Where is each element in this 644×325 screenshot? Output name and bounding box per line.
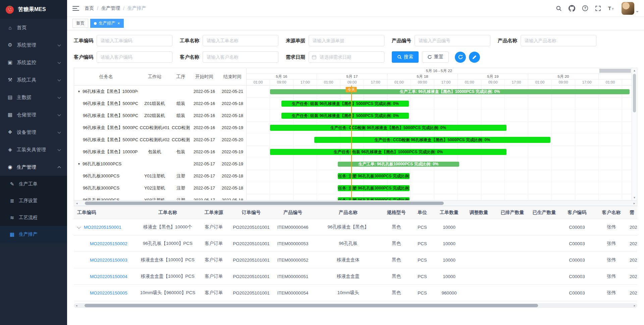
breadcrumb-item[interactable]: 首页 [85, 5, 94, 11]
table-row[interactable]: MO20220515000510mm吸头【960000】PCS客户订单PO202… [74, 285, 637, 301]
sidebar-item-process-flow[interactable]: ≋工艺流程 [0, 209, 67, 226]
sidebar-item-system-tools[interactable]: ⚒系统工具 [0, 71, 67, 89]
table-row[interactable]: MO202205150003移液盒盒体【10000】PCS客户订单PO20220… [74, 252, 637, 268]
gantt-task-row[interactable]: 96孔移液盒【黑色】5000PCSZ02组装机组装2022-05-162022-… [74, 110, 246, 122]
gantt-task-bar[interactable]: 生产任务: CCD检测 96孔移液盒【黑色】5000PCS 完成比例: 0% [270, 125, 506, 131]
product-name-input[interactable] [521, 35, 596, 46]
filter-field-product-name: 产品名称 [498, 35, 596, 46]
collapse-caret-icon[interactable]: ▼ [77, 162, 80, 166]
gantt-task-row[interactable]: 96孔孔板3000PCSY02注塑机注塑2022-05-172022-05-18 [74, 182, 246, 194]
horizontal-scroll-thumb[interactable] [85, 202, 444, 205]
task-workstation: Y01注塑机 [138, 173, 171, 179]
source-doc-input[interactable] [309, 35, 384, 46]
sidebar-item-process-settings[interactable]: ≣工序设置 [0, 193, 67, 209]
scroll-right-icon[interactable]: ▸ [632, 202, 637, 205]
work-order-link[interactable]: MO202205150001 [84, 225, 121, 230]
product-code-input[interactable] [415, 35, 490, 46]
gantt-order-bar[interactable]: 生产工单: 96孔孔板10000PCS 完成比例: 0% [338, 162, 459, 167]
work-order-link[interactable]: MO202205150004 [90, 274, 127, 279]
work-order-link[interactable]: MO202205150002 [90, 241, 127, 246]
reset-button[interactable]: 重置 [422, 51, 449, 63]
table-cell: PO202205101001 [228, 268, 274, 285]
close-icon[interactable]: × [117, 21, 120, 25]
table-row[interactable]: MO202205150004移液盒盒盖【10000】PCS客户订单PO20220… [74, 268, 637, 285]
sidebar-item-system-management[interactable]: ⚙系统管理 [0, 36, 67, 54]
gantt-order-bar[interactable]: 生产工单: 96孔移液盒【黑色】10000PCS 完成比例: 0% [270, 89, 630, 94]
gantt-task-bar[interactable]: 生产任务: CCD检测 96孔移液盒【黑色】5000PCS 完成比例: 0% [314, 137, 550, 143]
task-end-date: 2022-05-20 [218, 138, 246, 142]
table-cell: C00003 [560, 219, 594, 235]
app-logo[interactable]: 苦糖果MES [0, 0, 67, 19]
table-row[interactable]: MO20220515000296孔孔板【10000】PCS客户订单PO20220… [74, 235, 637, 252]
refresh-button[interactable] [455, 52, 466, 63]
github-icon[interactable] [569, 5, 575, 12]
gantt-task-row[interactable]: 96孔移液盒【黑色】5000PCSCCD检测机#02CCD检测2022-05-1… [74, 134, 246, 146]
gantt-task-bar[interactable]: 生产任务: 注塑 96孔孔板3000PCS 完成比例: 0% [338, 197, 410, 200]
sidebar-item-master-data[interactable]: ▤主数据 [0, 89, 67, 106]
gantt-task-bar[interactable]: 生产任务: 注塑 96孔孔板3000PCS 完成比例: 0% [338, 173, 410, 179]
sidebar-submenu: ✎生产工单≣工序设置≋工艺流程▦生产排产 [0, 176, 67, 243]
sidebar-item-production-scheduling[interactable]: ▦生产排产 [0, 226, 67, 243]
filter-field-work-order-name: 工单名称 [180, 35, 278, 46]
expand-caret-icon[interactable] [77, 225, 81, 228]
search-button[interactable]: 搜索 [392, 51, 419, 63]
gantt-task-row[interactable]: ▼96孔移液盒【黑色】10000PCS2022-05-162022-05-21 [74, 86, 246, 98]
gantt-task-row[interactable]: ▼96孔孔板10000PCS2022-05-172022-05-19 [74, 158, 246, 170]
vertical-scroll-thumb[interactable] [633, 74, 636, 112]
work-order-link[interactable]: MO202205150003 [90, 258, 127, 263]
gantt-task-row[interactable]: 96孔移液盒【黑色】5000PCSZ01组装机组装2022-05-162022-… [74, 98, 246, 110]
gantt-task-bar[interactable]: 生产任务: 包装 96孔移液盒【黑色】10000PCS 完成比例: 0% [270, 149, 506, 155]
gantt-vertical-scrollbar[interactable]: ▲ ▼ [632, 68, 637, 200]
demand-date-input[interactable] [309, 51, 384, 63]
table-column-header: 客户名称 [594, 206, 629, 219]
gantt-task-bar[interactable]: 生产任务: 组装 96孔移液盒【黑色】5000PCS 完成比例: 0% [281, 101, 409, 107]
chevron-down-icon [58, 130, 61, 134]
customer-name-input[interactable] [203, 51, 278, 63]
help-icon[interactable]: ? [582, 5, 588, 12]
tab-生产排产[interactable]: 生产排产× [90, 19, 124, 28]
sidebar-toggle-icon[interactable] [72, 6, 79, 11]
sidebar-item-production-management[interactable]: ◉生产管理 [0, 158, 67, 176]
tab-首页[interactable]: 首页 [72, 19, 88, 28]
table-horizontal-scrollbar[interactable]: ◂ ▸ [74, 303, 637, 308]
table-row[interactable]: MO202205150001移液盒【黑色】10000个客户订单PO2022051… [74, 219, 637, 235]
horizontal-scroll-thumb[interactable] [85, 304, 538, 307]
sidebar-item-equipment-management[interactable]: ❖设备管理 [0, 123, 67, 141]
task-start-date: 2022-05-16 [190, 125, 218, 130]
work-order-link[interactable]: MO202205150005 [90, 290, 127, 295]
scroll-down-icon[interactable]: ▼ [632, 196, 637, 200]
filter-label: 来源单据 [286, 38, 305, 44]
breadcrumb-item[interactable]: 生产管理 [101, 5, 120, 11]
sidebar-item-home[interactable]: ⌂首页 [0, 19, 67, 36]
sidebar-item-system-monitor[interactable]: ▣系统监控 [0, 54, 67, 71]
fullscreen-icon[interactable] [595, 5, 601, 12]
edit-button[interactable] [469, 52, 480, 63]
work-order-code-input[interactable] [97, 35, 172, 46]
gantt-task-bar[interactable]: 生产任务: 组装 96孔移液盒【黑色】5000PCS 完成比例: 0% [281, 113, 409, 119]
sidebar-item-production-work-order[interactable]: ✎生产工单 [0, 176, 67, 193]
today-marker-line [351, 86, 352, 200]
timeline-hour-label: 09:00 [270, 79, 293, 85]
scroll-left-icon[interactable]: ◂ [74, 304, 79, 307]
work-order-name-input[interactable] [203, 35, 278, 46]
gantt-task-row[interactable]: 96孔移液盒【黑色】5000PCSCCD检测机#01CCD检测2022-05-1… [74, 122, 246, 134]
scroll-up-icon[interactable]: ▲ [632, 68, 637, 73]
search-icon[interactable] [555, 5, 562, 12]
gantt-task-row[interactable]: 96孔孔板3000PCSY01注塑机注塑2022-05-172022-05-18 [74, 170, 246, 182]
scroll-left-icon[interactable]: ◂ [74, 202, 79, 205]
gantt-task-bar[interactable]: 生产任务: 注塑 96孔孔板3000PCS 完成比例: 0% [338, 185, 410, 191]
table-cell: 客户订单 [200, 268, 228, 285]
sidebar-item-warehouse-management[interactable]: ▦仓储管理 [0, 106, 67, 123]
collapse-caret-icon[interactable]: ▼ [77, 90, 80, 93]
table-cell [528, 219, 560, 235]
user-menu[interactable] [622, 2, 639, 15]
font-size-icon[interactable]: TT [608, 5, 614, 12]
gantt-task-row[interactable]: 96孔移液盒【黑色】10000PCS包装机包装2022-05-162022-05… [74, 146, 246, 158]
table-cell: PCS [408, 268, 437, 285]
gantt-task-row[interactable]: 96孔孔板3000PCSY03注塑机注塑2022-05-172022-05-18 [74, 194, 246, 200]
home-icon: ⌂ [7, 25, 13, 31]
gantt-horizontal-scrollbar[interactable]: ◂ ▸ [74, 200, 637, 206]
customer-code-input[interactable] [97, 51, 172, 63]
sidebar-item-fixture-management[interactable]: ◈工装夹具管理 [0, 141, 67, 158]
scroll-right-icon[interactable]: ▸ [632, 304, 637, 307]
